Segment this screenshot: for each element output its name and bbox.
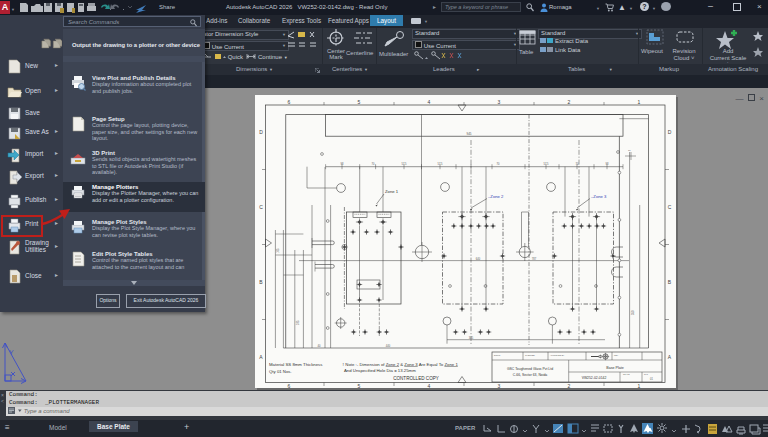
svg-text:–Zone 2: –Zone 2	[488, 194, 504, 199]
svg-text:C: C	[259, 204, 263, 210]
svg-text:B: B	[668, 279, 672, 285]
svg-text:57.5: 57.5	[401, 162, 407, 166]
svg-text:B: B	[259, 279, 263, 285]
svg-text:C: C	[668, 204, 672, 210]
svg-text:105: 105	[276, 248, 280, 253]
svg-text:6: 6	[288, 383, 291, 389]
svg-text:1: 1	[638, 383, 641, 389]
svg-text:375: 375	[296, 320, 300, 325]
svg-text:Base Plate: Base Plate	[606, 366, 623, 370]
svg-text:CHECKED: CHECKED	[525, 354, 535, 356]
svg-text:VW252-02-0142: VW252-02-0142	[582, 376, 607, 380]
svg-text:D: D	[668, 129, 672, 135]
svg-text:Zone 1: Zone 1	[385, 189, 399, 194]
svg-text:DRWN: DRWN	[494, 354, 501, 356]
svg-text:REV: REV	[614, 354, 619, 356]
svg-text:CONTROLLED COPY: CONTROLLED COPY	[393, 376, 439, 381]
svg-text:Y: Y	[9, 349, 14, 356]
svg-text:4: 4	[428, 383, 431, 389]
svg-text:57.5: 57.5	[543, 162, 549, 166]
svg-text:98: 98	[341, 162, 344, 166]
svg-text:787: 787	[532, 257, 537, 261]
svg-text:57.5: 57.5	[437, 162, 443, 166]
svg-text:2: 2	[568, 383, 571, 389]
svg-text:SCALE: SCALE	[623, 373, 630, 375]
svg-text:A: A	[259, 354, 263, 360]
svg-text:640: 640	[476, 257, 481, 261]
svg-text:98: 98	[606, 162, 609, 166]
svg-text:！Note :- Dimension of Zone 2: ！Note :- Dimension of Zone 2 & Zone 3 Ar…	[341, 362, 458, 367]
svg-text:350: 350	[631, 310, 635, 315]
svg-text:C-66, Sector 63, Noida: C-66, Sector 63, Noida	[513, 373, 548, 377]
svg-text:345: 345	[469, 336, 474, 340]
svg-text:Material SS 8mm Thickness: Material SS 8mm Thickness	[269, 362, 322, 367]
svg-text:440: 440	[386, 344, 391, 348]
svg-text:D: D	[259, 129, 263, 135]
svg-text:And Unspecified Hole Dia = 13.: And Unspecified Hole Dia = 13.25mm	[344, 368, 416, 373]
svg-text:70: 70	[372, 162, 375, 166]
svg-text:A: A	[668, 354, 672, 360]
svg-text:40: 40	[318, 344, 321, 348]
svg-text:3: 3	[498, 99, 501, 105]
svg-text:3: 3	[498, 383, 501, 389]
svg-text:945: 945	[466, 132, 471, 136]
svg-text:01: 01	[650, 377, 653, 381]
svg-text:70: 70	[497, 162, 500, 166]
svg-text:Qty 01 Nos.: Qty 01 Nos.	[269, 369, 292, 374]
svg-text:2: 2	[568, 99, 571, 105]
svg-text:5: 5	[358, 383, 361, 389]
svg-text:–Zone 3: –Zone 3	[591, 194, 607, 199]
svg-text:16: 16	[628, 149, 631, 152]
svg-text:4: 4	[428, 99, 431, 105]
svg-text:70: 70	[576, 162, 579, 166]
svg-text:GSC Toughened Glass Pvt Ltd: GSC Toughened Glass Pvt Ltd	[507, 367, 553, 371]
svg-text:5: 5	[358, 99, 361, 105]
svg-text:1: 1	[638, 99, 641, 105]
svg-text:SHT: SHT	[644, 373, 649, 375]
svg-text:APPROVED BY: APPROVED BY	[550, 354, 565, 356]
svg-text:6: 6	[288, 99, 291, 105]
